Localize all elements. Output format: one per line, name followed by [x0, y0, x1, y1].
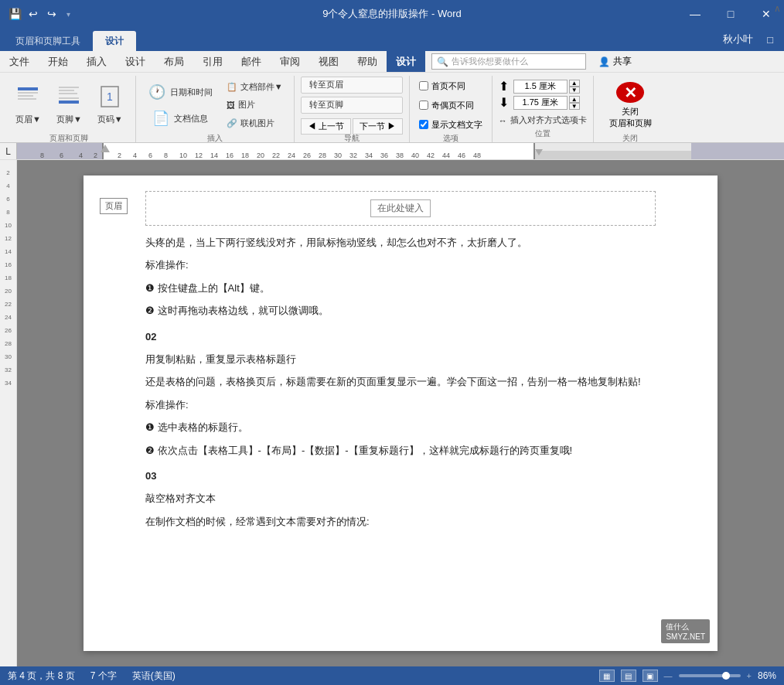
menu-view[interactable]: 视图: [309, 51, 348, 72]
document-page[interactable]: 页眉 在此处键入 头疼的是，当上下两行竖线没对齐，用鼠标拖动竖线，却怎么也对不齐…: [84, 176, 718, 651]
header-pos-arrows: ▲ ▼: [569, 80, 580, 94]
ribbon-btn-insert-align-tab[interactable]: ↔ 插入对齐方式选项卡: [499, 114, 587, 126]
ribbon-btn-close-label: 关闭页眉和页脚: [609, 106, 652, 128]
align-tab-label: 插入对齐方式选项卡: [510, 114, 587, 126]
svg-rect-0: [18, 87, 38, 90]
ribbon: 文件 开始 插入 设计 布局 引用 邮件 审阅 视图 帮助 设计 🔍 告诉我你想…: [0, 51, 784, 143]
nav-btns: 转至页眉 转至页脚 ◀ 上一节 下一节 ▶: [301, 79, 403, 131]
zoom-minus-icon[interactable]: —: [664, 671, 673, 680]
ruler-label-44: 44: [442, 152, 450, 159]
vruler-20: 20: [0, 288, 16, 295]
ribbon-btn-close-hf[interactable]: ✕ 关闭页眉和页脚: [600, 79, 661, 131]
checkbox-oddeven-diff[interactable]: 奇偶页不同: [416, 98, 486, 113]
share-button[interactable]: 👤 共享: [598, 55, 632, 68]
ribbon-btn-docparts[interactable]: 📋 文档部件▼: [222, 79, 288, 95]
menu-help[interactable]: 帮助: [348, 51, 387, 72]
svg-rect-4: [59, 87, 79, 88]
right-margin-handle[interactable]: [535, 149, 543, 155]
tab-design[interactable]: 设计: [93, 31, 136, 51]
menu-file[interactable]: 文件: [0, 51, 39, 72]
checkbox-firstpage-diff[interactable]: 首页不同: [416, 79, 486, 94]
status-bar: 第 4 页，共 8 页 7 个字 英语(美国) ▦ ▤ ▣ — + 86%: [0, 666, 784, 685]
menu-review[interactable]: 审阅: [271, 51, 309, 72]
vruler-8: 8: [0, 209, 16, 216]
ruler-label-30: 30: [334, 152, 342, 159]
ribbon-group-content-options: 首页不同 奇偶页不同 显示文档文字: [416, 76, 486, 131]
ruler-label-10: 10: [179, 152, 187, 159]
language: 英语(美国): [132, 670, 176, 683]
section-title-02: 用复制粘贴，重复显示表格标题行: [145, 350, 656, 368]
ribbon-btn-goto-header[interactable]: 转至页眉: [301, 77, 403, 94]
ruler-label-neg8: 8: [40, 152, 44, 159]
view-btn-print[interactable]: ▦: [599, 670, 615, 682]
zoom-slider[interactable]: [679, 674, 741, 677]
vruler-content: 2 4 6 8 10 12 14 16 18 20 22 24 26 28 30…: [0, 160, 16, 387]
left-margin-handle[interactable]: [101, 145, 110, 152]
ruler-ticks-container: 8 6 4 2 2 4 6 8 10 12 14 16 18 20 22 24 …: [17, 143, 784, 159]
restore-icon[interactable]: □: [767, 34, 773, 46]
ribbon-btn-goto-footer[interactable]: 转至页脚: [301, 97, 403, 114]
undo-icon[interactable]: ↩: [26, 7, 40, 21]
header-input-hint[interactable]: 在此处键入: [370, 199, 431, 217]
header-zone[interactable]: 页眉 在此处键入: [145, 191, 656, 226]
view-btn-web[interactable]: ▤: [621, 670, 636, 682]
ruler-label-6: 6: [148, 152, 152, 159]
search-box-container: 🔍 告诉我你想要做什么 👤 共享: [425, 53, 784, 70]
ribbon-group-content-nav: 转至页眉 转至页脚 ◀ 上一节 下一节 ▶: [301, 76, 403, 131]
maximize-button[interactable]: □: [713, 0, 748, 28]
zoom-thumb[interactable]: [722, 672, 730, 680]
insert-large-btns: 🕐 日期和时间 📄 文档信息: [142, 79, 219, 131]
svg-rect-2: [18, 95, 33, 97]
ribbon-collapse-button[interactable]: ∧: [774, 3, 781, 14]
paragraph-03-body: 在制作文档的时候，经常遇到文本需要对齐的情况:: [145, 513, 656, 530]
ribbon-btn-page-num[interactable]: 1 页码▼: [91, 79, 129, 131]
search-box[interactable]: 🔍 告诉我你想要做什么: [431, 53, 586, 70]
menu-design-active[interactable]: 设计: [387, 51, 425, 72]
window-controls: — □ ✕: [677, 0, 784, 28]
menu-insert[interactable]: 插入: [77, 51, 116, 72]
ruler-indicator[interactable]: L: [0, 143, 17, 160]
ruler-label-18: 18: [241, 152, 249, 159]
firstpage-diff-input[interactable]: [419, 81, 428, 90]
page-info: 第 4 页，共 8 页: [8, 670, 75, 683]
footer-position-input[interactable]: [513, 96, 568, 110]
ribbon-btn-picture[interactable]: 🖼 图片: [222, 97, 288, 113]
ribbon-btn-datetime[interactable]: 🕐 日期和时间: [142, 79, 219, 105]
pagenum-svg-icon: 1: [98, 85, 121, 108]
menu-mailings[interactable]: 邮件: [232, 51, 271, 72]
header-pos-up[interactable]: ▲: [569, 80, 580, 87]
header-pos-down[interactable]: ▼: [569, 87, 580, 94]
checkbox-show-doctext[interactable]: 显示文档文字: [416, 118, 486, 132]
ruler-label-32: 32: [349, 152, 357, 159]
view-btn-read[interactable]: ▣: [643, 670, 658, 682]
redo-icon[interactable]: ↪: [45, 7, 59, 21]
svg-rect-1: [18, 92, 38, 94]
vruler-32: 32: [0, 366, 16, 373]
ribbon-btn-docinfo[interactable]: 📄 文档信息: [142, 105, 219, 131]
ruler-label-34: 34: [365, 152, 373, 159]
tab-header-footer-tools[interactable]: 页眉和页脚工具: [3, 31, 93, 51]
footer-pos-down[interactable]: ▼: [569, 103, 580, 110]
menu-layout[interactable]: 布局: [155, 51, 193, 72]
svg-rect-8: [59, 101, 79, 104]
ribbon-btn-online-pic[interactable]: 🔗 联机图片: [222, 115, 288, 131]
show-doctext-input[interactable]: [419, 120, 428, 129]
minimize-button[interactable]: —: [677, 0, 713, 28]
menu-design[interactable]: 设计: [116, 51, 155, 72]
header-position-input[interactable]: [513, 80, 568, 94]
ribbon-group-insert: 🕐 日期和时间 📄 文档信息 📋 文档部件▼ 🖼 图片: [136, 76, 295, 142]
menu-references[interactable]: 引用: [193, 51, 232, 72]
save-icon[interactable]: 💾: [8, 7, 22, 21]
footer-pos-up[interactable]: ▲: [569, 96, 580, 103]
ribbon-btn-header[interactable]: 页眉▼: [9, 79, 47, 131]
oddeven-diff-input[interactable]: [419, 101, 428, 110]
ribbon-btn-footer[interactable]: 页脚▼: [50, 79, 88, 131]
user-tab[interactable]: 秋小叶: [723, 32, 753, 46]
footer-icon: [57, 85, 80, 112]
ruler-label-28: 28: [319, 152, 326, 159]
menu-home[interactable]: 开始: [39, 51, 77, 72]
customize-icon[interactable]: ▾: [66, 10, 70, 19]
docinfo-icon: 📄: [152, 110, 169, 127]
zoom-plus-icon[interactable]: +: [747, 671, 752, 680]
ribbon-group-label-position: 位置: [499, 127, 587, 142]
